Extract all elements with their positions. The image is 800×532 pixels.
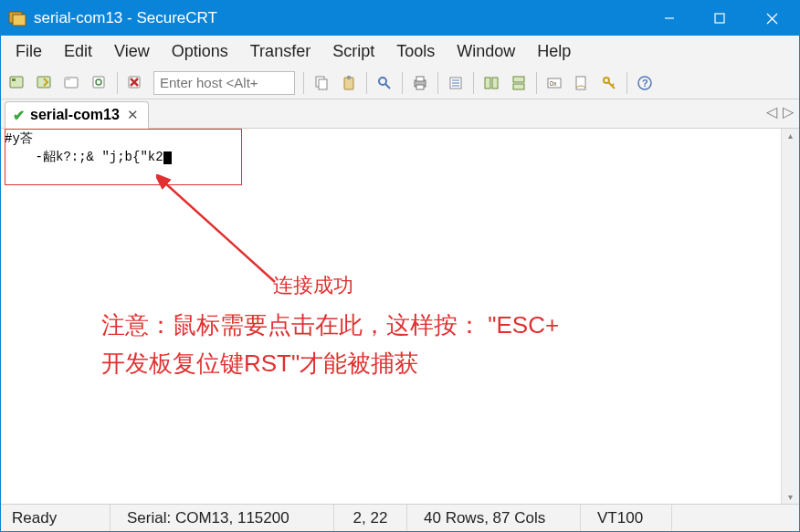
print-icon[interactable] [407,70,433,96]
window-title: serial-com13 - SecureCRT [34,9,217,27]
terminal-line: #y荅 [5,131,33,146]
minimize-button[interactable] [644,1,694,36]
svg-rect-1 [13,15,26,26]
terminal-line: -龆k?:;& "j;b{"k2 [5,150,163,164]
svg-rect-24 [416,85,424,89]
svg-text:?: ? [642,78,648,89]
terminal-output: #y荅 -龆k?:;& "j;b{"k2 [1,129,799,168]
status-serial: Serial: COM13, 115200 [111,505,334,531]
annotation-success-label: 连接成功 [273,272,353,299]
script-icon[interactable] [569,70,595,96]
menu-file[interactable]: File [6,38,51,65]
status-ready: Ready [1,505,111,531]
toolbar: 0x ? [1,67,799,99]
terminal-area[interactable]: #y荅 -龆k?:;& "j;b{"k2 连接成功 注意：鼠标需要点击在此，这样… [1,129,799,504]
quick-connect-icon[interactable] [32,70,58,96]
vertical-scrollbar[interactable] [781,129,799,504]
svg-rect-19 [347,76,351,79]
statusbar: Ready Serial: COM13, 115200 2, 22 40 Row… [1,504,799,531]
svg-rect-30 [492,78,498,89]
annotation-note-label: 注意：鼠标需要点击在此，这样按： "ESC+ 开发板复位键RST"才能被捕获 [101,307,763,382]
svg-rect-3 [715,14,724,23]
svg-text:0x: 0x [550,80,557,87]
svg-rect-11 [93,77,104,88]
menu-transfer[interactable]: Transfer [241,38,320,65]
tile-vertical-icon[interactable] [479,70,504,96]
hex-view-icon[interactable]: 0x [542,70,567,96]
menu-window[interactable]: Window [447,38,524,65]
titlebar: serial-com13 - SecureCRT [1,1,799,36]
svg-rect-23 [416,77,424,81]
disconnect-icon[interactable] [122,70,148,96]
svg-rect-7 [12,78,16,81]
svg-line-38 [612,84,614,86]
svg-rect-32 [513,84,524,89]
copy-icon[interactable] [309,70,334,96]
svg-rect-6 [10,77,23,88]
svg-rect-35 [576,77,585,89]
tab-prev-icon[interactable]: ◁ [766,103,777,120]
menubar: File Edit View Options Transfer Script T… [1,36,799,67]
status-emulation: VT100 [581,505,672,531]
properties-icon[interactable] [443,70,468,96]
tab-close-icon[interactable]: ✕ [125,107,141,123]
tab-next-icon[interactable]: ▷ [783,103,794,120]
tile-horizontal-icon[interactable] [506,70,532,96]
menu-tools[interactable]: Tools [387,38,444,65]
reconnect-icon[interactable] [87,70,112,96]
session-tab[interactable]: ✔ serial-com13 ✕ [5,101,149,129]
menu-help[interactable]: Help [528,38,580,65]
app-icon [8,9,26,27]
help-icon[interactable]: ? [632,70,658,96]
paste-icon[interactable] [336,70,362,96]
menu-edit[interactable]: Edit [55,38,101,65]
menu-options[interactable]: Options [163,38,237,65]
tabbar: ✔ serial-com13 ✕ ◁ ▷ [1,99,799,129]
status-dimensions: 40 Rows, 87 Cols [407,505,581,531]
connected-check-icon: ✔ [13,107,25,124]
menu-view[interactable]: View [105,38,159,65]
key-icon[interactable] [596,70,622,96]
session-manager-icon[interactable] [5,70,30,96]
find-icon[interactable] [372,70,397,96]
svg-rect-29 [485,78,490,89]
svg-line-41 [163,182,275,282]
tab-label: serial-com13 [30,107,120,123]
host-input[interactable] [153,71,295,95]
svg-point-20 [379,78,386,85]
cursor-icon [163,151,172,164]
svg-rect-10 [65,78,70,80]
menu-script[interactable]: Script [323,38,384,65]
svg-rect-31 [513,77,524,82]
status-cursor-pos: 2, 22 [334,505,407,531]
status-spacer [672,505,799,531]
close-button[interactable] [744,1,799,36]
maximize-button[interactable] [694,1,744,36]
annotation-arrow-icon [156,174,293,293]
svg-line-21 [385,84,390,89]
connect-in-tab-icon[interactable] [59,70,85,96]
svg-rect-17 [319,79,327,89]
